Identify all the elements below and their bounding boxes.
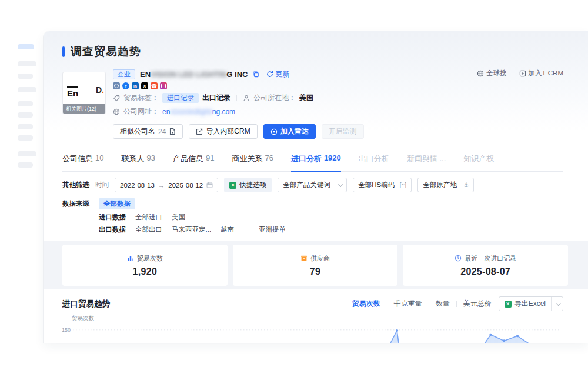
sidebar-item-placeholder[interactable] (18, 112, 33, 118)
company-website-link[interactable]: envisionledlighting.com (162, 108, 235, 116)
similar-companies-button[interactable]: 相似公司名 24 (113, 124, 183, 139)
excel-quick-icon (229, 182, 236, 189)
origin-anchor-icon: ⚓ (463, 182, 469, 188)
time-label: 时间 (95, 181, 109, 189)
copy-icon[interactable] (252, 71, 259, 78)
export-data-item[interactable]: 越南 (220, 225, 234, 234)
sidebar-item-placeholder[interactable] (18, 135, 33, 141)
toggle-quantity[interactable]: 数量 (436, 299, 450, 309)
company-name: ENVISION LED LIGHTING INC (140, 70, 248, 79)
divider (456, 301, 457, 307)
sidebar-item-placeholder[interactable] (18, 44, 34, 49)
trade-tags-label: 贸易标签： (123, 93, 159, 103)
related-images-caption[interactable]: 相关图片(12) (63, 104, 105, 114)
chevron-down-icon (556, 301, 560, 305)
all-data-tag[interactable]: 全部数据 (99, 198, 135, 209)
export-data-item[interactable]: 亚洲提单 (259, 225, 286, 234)
import-icon (196, 128, 203, 135)
stat-cards-strip: 贸易次数 1,920 供应商 79 最近一次进口记录 2025-08-07 (44, 241, 588, 289)
start-monitor-label: 开启监测 (329, 126, 357, 136)
filter-bar: 其他筛选 时间 2022-08-13 → 2025-08-12 快捷选项 全部产… (62, 178, 563, 192)
import-crm-button[interactable]: 导入内部CRM (189, 124, 257, 139)
title-accent-bar (62, 46, 65, 57)
export-excel-label: 导出Excel (514, 299, 546, 309)
quick-options-label: 快捷选项 (239, 181, 266, 189)
import-data-item[interactable]: 全部进口 (135, 213, 162, 222)
data-source-label: 数据来源 (62, 199, 89, 208)
tab-company-info[interactable]: 公司信息10 (62, 154, 103, 171)
join-radar-label: 加入雷达 (280, 126, 309, 136)
social-links (113, 82, 563, 89)
tab-contacts[interactable]: 联系人93 (121, 154, 155, 171)
similar-companies-count: 24 (158, 128, 166, 136)
origin-value: 全部原产地 (423, 181, 457, 189)
instagram-icon[interactable] (160, 82, 167, 89)
sidebar-item-placeholder[interactable] (18, 162, 33, 168)
x-icon[interactable] (141, 82, 148, 89)
facebook-icon[interactable] (122, 82, 129, 89)
sidebar-item-placeholder[interactable] (18, 151, 36, 156)
stat-value: 2025-08-07 (460, 266, 510, 277)
refresh-link[interactable]: 更新 (266, 69, 289, 79)
linkedin-icon[interactable] (132, 82, 139, 89)
sidebar-item-placeholder[interactable] (18, 101, 33, 106)
export-excel-button[interactable]: 导出Excel (499, 296, 563, 311)
export-data-item[interactable]: 马来西亚定... (172, 225, 211, 234)
sidebar-item-placeholder[interactable] (18, 61, 36, 66)
product-keyword-select[interactable]: 全部产品关键词 (278, 178, 347, 192)
website-globe-icon (113, 108, 120, 115)
date-range-input[interactable]: 2022-08-13 → 2025-08-12 (115, 178, 218, 192)
import-records-tag[interactable]: 进口记录 (162, 93, 199, 103)
stat-card-last-import: 最近一次进口记录 2025-08-07 (403, 245, 568, 286)
company-image[interactable]: En D. 相关图片(12) (62, 72, 106, 114)
export-data-label: 出口数据 (99, 225, 126, 234)
toggle-usd-total[interactable]: 美元总价 (463, 299, 492, 309)
toggle-trade-count[interactable]: 贸易次数 (352, 299, 380, 309)
start-monitor-button[interactable]: 开启监测 (322, 124, 364, 139)
tab-business-relations[interactable]: 商业关系76 (232, 154, 273, 171)
sidebar-item-placeholder[interactable] (18, 124, 33, 129)
stat-label: 供应商 (310, 254, 330, 263)
tab-bar: 公司信息10 联系人93 产品信息91 商业关系76 进口分析1920 出口分析… (62, 148, 563, 172)
toggle-kg-weight[interactable]: 千克重量 (394, 299, 422, 309)
join-radar-button[interactable]: 加入雷达 (263, 124, 316, 139)
divider (429, 301, 429, 307)
import-data-label: 进口数据 (99, 213, 126, 222)
tab-import-analysis[interactable]: 进口分析1920 (291, 154, 341, 172)
stat-card-trade-count: 贸易次数 1,920 (62, 245, 228, 286)
page-title: 调查贸易趋势 (71, 44, 141, 59)
website-icon[interactable] (113, 82, 120, 89)
excel-icon (505, 301, 512, 308)
clock-icon (455, 255, 462, 262)
sidebar-item-placeholder[interactable] (18, 74, 33, 79)
export-records-tag[interactable]: 出口记录 (202, 93, 230, 103)
website-redacted: visionledlighti (170, 108, 212, 116)
company-header: En D. 相关图片(12) 企业 ENVISION LED LIGHTING … (62, 69, 563, 139)
quick-options-button[interactable]: 快捷选项 (224, 178, 272, 192)
main-panel: 全球搜 加入T-CRM 调查贸易趋势 En D. 相关图片(12) 企业 ENV… (44, 31, 588, 343)
export-data-item[interactable]: 全部出口 (135, 225, 162, 234)
sidebar-item-placeholder[interactable] (18, 87, 36, 92)
import-data-item[interactable]: 美国 (172, 213, 185, 222)
origin-input[interactable]: 全部原产地 ⚓ (417, 178, 474, 192)
hs-code-input[interactable]: 全部HS编码 [~] (353, 178, 412, 192)
import-crm-label: 导入内部CRM (206, 126, 250, 136)
location-icon (243, 95, 250, 102)
chevron-down-icon (338, 182, 343, 186)
data-source-block: 数据来源 全部数据 进口数据 全部进口 美国 出口数据 全部出口 马来西亚定..… (62, 198, 563, 234)
svg-text:150: 150 (62, 327, 71, 333)
refresh-icon (266, 71, 273, 78)
stat-label: 贸易次数 (137, 254, 163, 263)
refresh-label: 更新 (275, 69, 289, 79)
trend-chart[interactable]: 15012090贸易次数 (62, 314, 563, 343)
export-dropdown-caret[interactable] (551, 297, 563, 311)
product-keyword-value: 全部产品关键词 (283, 181, 330, 189)
calendar-icon (206, 182, 213, 188)
tab-ip[interactable]: 知识产权 (463, 154, 494, 171)
tab-products[interactable]: 产品信息91 (173, 154, 214, 171)
tab-news[interactable]: 新闻舆情 ... (407, 154, 446, 171)
tab-export-analysis[interactable]: 出口分析 (359, 154, 389, 171)
location-value: 美国 (299, 93, 313, 103)
chart-title: 进口贸易趋势 (62, 299, 110, 309)
phone-icon[interactable] (151, 82, 158, 89)
